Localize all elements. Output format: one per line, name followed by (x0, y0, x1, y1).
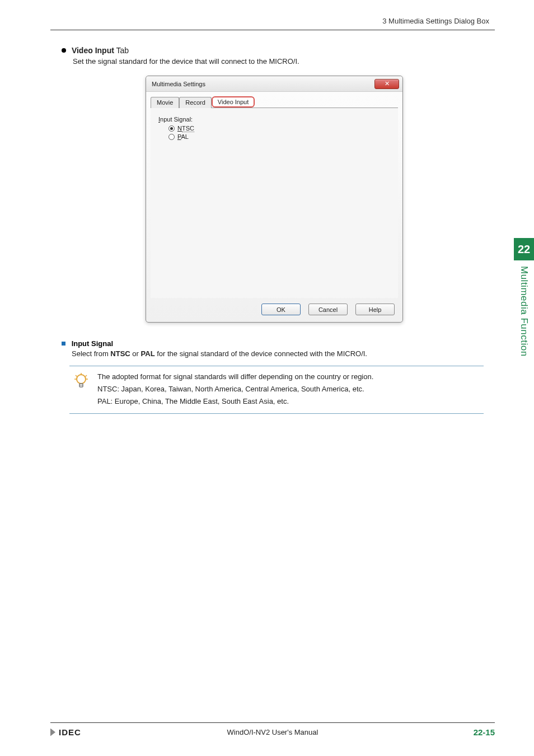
tip-line: PAL: Europe, China, The Middle East, Sou… (97, 395, 373, 408)
radio-pal-label: PAL (177, 133, 189, 140)
section-title-bold: Video Input (72, 46, 114, 55)
svg-line-2 (76, 375, 77, 377)
radio-pal[interactable]: PAL (168, 133, 392, 140)
radio-icon (168, 125, 175, 132)
radio-icon (168, 134, 175, 140)
cancel-button[interactable]: Cancel (308, 304, 348, 315)
tip-line: NTSC: Japan, Korea, Taiwan, North Americ… (97, 383, 373, 395)
tab-record[interactable]: Record (179, 97, 211, 108)
square-bullet-icon (62, 342, 65, 346)
page-header: 3 Multimedia Settings Dialog Box (50, 17, 495, 30)
chapter-title-vertical: Multimedia Function (518, 266, 530, 357)
dialog-screenshot: Multimedia Settings ✕ Movie Record Video… (146, 76, 403, 323)
ok-button[interactable]: OK (261, 304, 301, 315)
svg-point-0 (77, 375, 86, 384)
input-signal-label: Input Signal: (158, 116, 392, 123)
close-button[interactable]: ✕ (374, 79, 399, 89)
tab-movie[interactable]: Movie (151, 97, 179, 108)
close-icon: ✕ (385, 80, 390, 87)
footer-center-text: WindO/I-NV2 User's Manual (50, 728, 495, 736)
radio-ntsc[interactable]: NTSC (168, 125, 392, 132)
subsection-description: Select from NTSC or PAL for the signal s… (72, 349, 495, 358)
lightbulb-icon (73, 371, 90, 408)
subsection-title: Input Signal (72, 339, 113, 348)
section-heading: Video Input Tab (62, 46, 495, 55)
section-title-suffix: Tab (114, 46, 129, 55)
dialog-titlebar: Multimedia Settings ✕ (146, 76, 402, 92)
help-button[interactable]: Help (355, 304, 395, 315)
tip-text: The adopted format for signal standards … (97, 371, 373, 408)
dialog-button-row: OK Cancel Help (146, 298, 402, 322)
chapter-side-tab: 22 Multimedia Function (514, 238, 534, 357)
bullet-icon (62, 48, 66, 53)
radio-ntsc-label: NTSC (177, 125, 194, 132)
tab-panel: Input Signal: NTSC PAL (151, 108, 398, 298)
tip-line: The adopted format for signal standards … (97, 371, 373, 383)
multimedia-settings-dialog: Multimedia Settings ✕ Movie Record Video… (146, 76, 403, 323)
dialog-title: Multimedia Settings (152, 81, 205, 87)
section-description: Set the signal standard for the device t… (73, 57, 495, 66)
chapter-number-badge: 22 (514, 238, 534, 260)
dialog-tabs: Movie Record Video Input (146, 92, 402, 108)
page-footer: IDEC WindO/I-NV2 User's Manual 22-15 (50, 722, 495, 737)
tip-callout: The adopted format for signal standards … (69, 366, 484, 414)
svg-line-3 (86, 375, 87, 377)
subsection-heading: Input Signal (62, 339, 495, 348)
tab-video-input[interactable]: Video Input (212, 96, 255, 108)
